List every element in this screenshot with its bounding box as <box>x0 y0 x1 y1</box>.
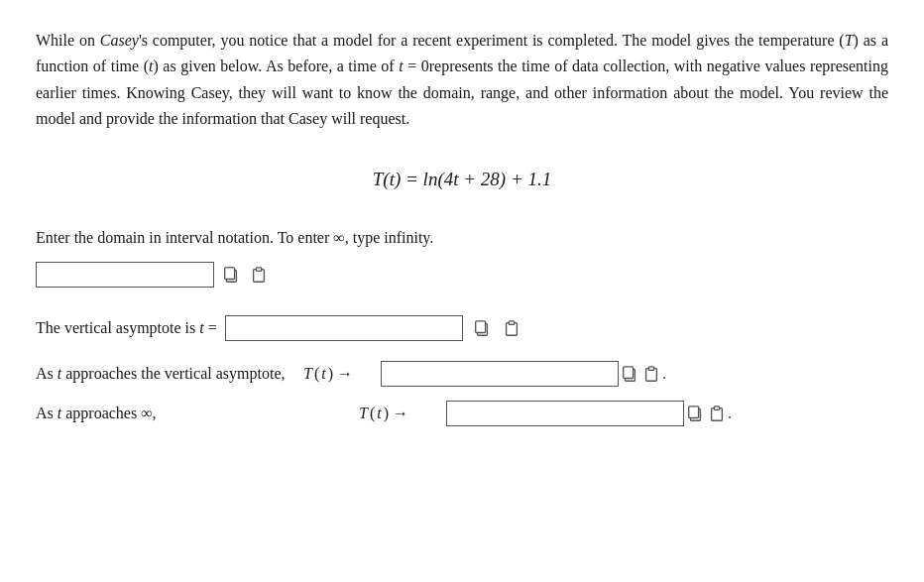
approaches-vertical-label: As t approaches the vertical asymptote, <box>36 365 293 383</box>
period1: . <box>662 365 666 383</box>
svg-rect-11 <box>648 366 653 370</box>
approaches-infinity-label: As t approaches ∞, <box>36 405 293 422</box>
approaches-infinity-paste-icon[interactable] <box>706 403 728 424</box>
approaches-vertical-paste-icon[interactable] <box>640 363 662 385</box>
asymptote-row: The vertical asymptote is t = <box>36 315 888 341</box>
asymptote-label: The vertical asymptote is t = <box>36 319 217 337</box>
approaches-infinity-arrow: T(t) → <box>359 405 438 422</box>
svg-rect-3 <box>256 267 261 271</box>
approaches-infinity-input[interactable] <box>446 401 684 426</box>
svg-rect-9 <box>624 366 634 378</box>
intro-paragraph: While on Casey's computer, you notice th… <box>36 28 888 133</box>
asymptote-paste-icon[interactable] <box>501 317 522 339</box>
approaches-vertical-input[interactable] <box>381 361 619 387</box>
asymptote-input[interactable] <box>225 315 463 341</box>
svg-rect-7 <box>509 320 514 324</box>
domain-paste-icon[interactable] <box>248 264 270 286</box>
approaches-vertical-row: As t approaches the vertical asymptote, … <box>36 361 888 387</box>
approaches-infinity-copy-icon[interactable] <box>684 403 706 424</box>
svg-rect-1 <box>225 267 235 279</box>
domain-instruction: Enter the domain in interval notation. T… <box>36 226 888 250</box>
asymptote-copy-icon[interactable] <box>471 317 493 339</box>
domain-copy-icon[interactable] <box>220 264 242 286</box>
svg-rect-15 <box>714 406 719 409</box>
svg-rect-5 <box>475 320 485 332</box>
domain-input-row <box>36 262 888 288</box>
approaches-vertical-copy-icon[interactable] <box>619 363 640 385</box>
formula-display: T(t) = ln(4t + 28) + 1.1 <box>36 169 888 190</box>
approaches-vertical-arrow: T(t) → <box>293 365 373 383</box>
domain-input[interactable] <box>36 262 214 288</box>
period2: . <box>728 405 732 422</box>
svg-rect-13 <box>689 406 699 417</box>
approaches-infinity-row: As t approaches ∞, T(t) → . <box>36 401 888 426</box>
